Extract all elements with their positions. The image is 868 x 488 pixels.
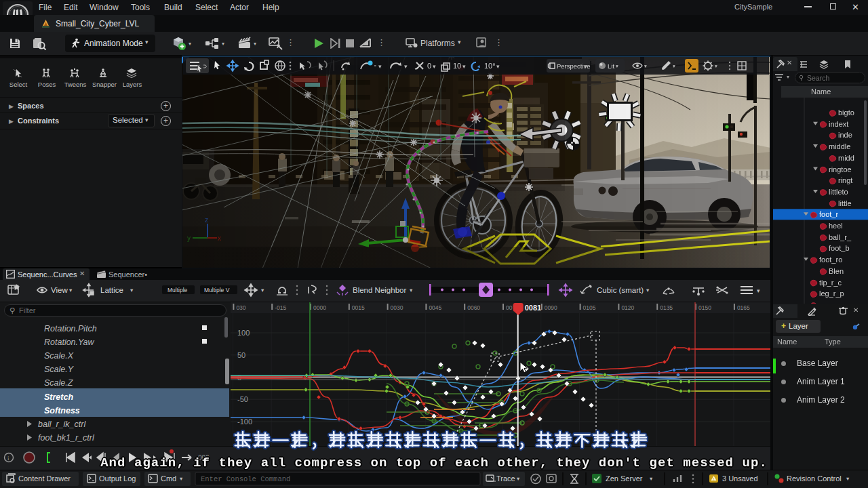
- svg-text:50: 50: [237, 351, 245, 359]
- svg-text:Lattice: Lattice: [100, 286, 123, 294]
- svg-text:Scale.Z: Scale.Z: [44, 378, 73, 388]
- svg-text:▾: ▾: [673, 63, 675, 69]
- svg-text:Blen: Blen: [829, 267, 844, 275]
- svg-text:foot_b: foot_b: [829, 244, 850, 252]
- svg-text:0120: 0120: [621, 304, 634, 311]
- svg-text:indext: indext: [829, 120, 848, 128]
- svg-text:View: View: [51, 286, 68, 294]
- svg-text:Blend Neighbor: Blend Neighbor: [353, 286, 406, 294]
- svg-text:Cmd: Cmd: [161, 474, 176, 483]
- svg-text:▾: ▾: [496, 63, 500, 70]
- svg-text:10°: 10°: [484, 62, 496, 70]
- svg-text:foot_ro: foot_ro: [819, 256, 842, 264]
- svg-text:0165: 0165: [737, 304, 750, 311]
- svg-text:▾: ▾: [616, 63, 618, 69]
- svg-text:ringt: ringt: [838, 176, 852, 184]
- svg-text:Revision Control: Revision Control: [787, 474, 842, 483]
- svg-text:▾: ▾: [69, 287, 73, 293]
- svg-text:Enter Console Command: Enter Console Command: [201, 475, 290, 483]
- svg-text:Rotation.Pitch: Rotation.Pitch: [44, 324, 97, 333]
- svg-text:Lit: Lit: [608, 62, 614, 70]
- svg-text:bigto: bigto: [838, 108, 854, 117]
- svg-text:-50: -50: [237, 395, 248, 403]
- svg-text:0: 0: [427, 62, 431, 70]
- svg-text:▾: ▾: [715, 63, 717, 69]
- svg-text:-015: -015: [275, 304, 286, 311]
- svg-text:▾: ▾: [846, 475, 850, 482]
- svg-text:Scale.Y: Scale.Y: [44, 365, 75, 374]
- svg-text:▾: ▾: [433, 63, 436, 70]
- svg-text:tip_r_c: tip_r_c: [819, 279, 842, 287]
- svg-text:Cubic (smart): Cubic (smart): [597, 286, 644, 294]
- svg-text:▾: ▾: [757, 287, 760, 294]
- svg-text:0090: 0090: [545, 304, 557, 311]
- svg-text:0045: 0045: [429, 304, 441, 311]
- svg-text:Output Log: Output Log: [99, 474, 136, 483]
- svg-text:▾: ▾: [650, 475, 653, 482]
- svg-text:Zen Server: Zen Server: [606, 474, 643, 483]
- svg-text:0135: 0135: [660, 304, 673, 311]
- svg-text:ringtoe: ringtoe: [829, 165, 852, 174]
- svg-text:▾: ▾: [378, 63, 382, 70]
- svg-text:100: 100: [237, 329, 250, 337]
- svg-text:10: 10: [453, 62, 461, 70]
- svg-text:▾: ▾: [517, 475, 520, 482]
- svg-text:0081: 0081: [525, 304, 541, 312]
- svg-text:Scale.X: Scale.X: [44, 351, 74, 361]
- svg-text:Rotation.Yaw: Rotation.Yaw: [44, 338, 94, 347]
- svg-text:0105: 0105: [583, 304, 596, 311]
- svg-text:▾: ▾: [130, 287, 134, 293]
- svg-text:▾: ▾: [646, 287, 650, 293]
- svg-text:Stretch: Stretch: [44, 392, 73, 402]
- svg-text:inde: inde: [838, 131, 852, 139]
- svg-text:▾: ▾: [462, 63, 466, 70]
- svg-text:0015: 0015: [352, 304, 365, 311]
- svg-text:heel: heel: [829, 222, 843, 230]
- svg-text:▾: ▾: [261, 287, 264, 293]
- svg-text:midd: midd: [838, 154, 854, 162]
- svg-text:middle: middle: [829, 142, 850, 150]
- svg-text:0030: 0030: [391, 304, 403, 311]
- svg-text:0150: 0150: [698, 304, 711, 311]
- svg-text:0060: 0060: [467, 304, 480, 311]
- svg-text:3 Unsaved: 3 Unsaved: [722, 474, 758, 483]
- svg-text:Softness: Softness: [44, 406, 80, 415]
- svg-text:▾: ▾: [585, 63, 587, 69]
- svg-text:foot_r: foot_r: [819, 210, 838, 218]
- svg-text:leg_r_p: leg_r_p: [819, 289, 844, 298]
- svg-text:ball_r_: ball_r_: [829, 233, 852, 241]
- svg-text:▾: ▾: [644, 63, 647, 69]
- svg-text:Multiple V: Multiple V: [204, 287, 230, 293]
- svg-text:▾: ▾: [180, 475, 183, 482]
- svg-text:Multiple: Multiple: [167, 287, 188, 293]
- svg-text:030: 030: [236, 304, 245, 311]
- svg-text:▾: ▾: [404, 63, 408, 70]
- svg-text:▾: ▾: [410, 287, 413, 293]
- svg-text:0000: 0000: [313, 304, 326, 311]
- svg-text:Trace: Trace: [496, 474, 515, 483]
- svg-text:Content Drawer: Content Drawer: [18, 474, 71, 483]
- svg-text:littleto: littleto: [829, 188, 848, 196]
- svg-text:little: little: [838, 199, 852, 207]
- svg-text:-100: -100: [237, 418, 252, 426]
